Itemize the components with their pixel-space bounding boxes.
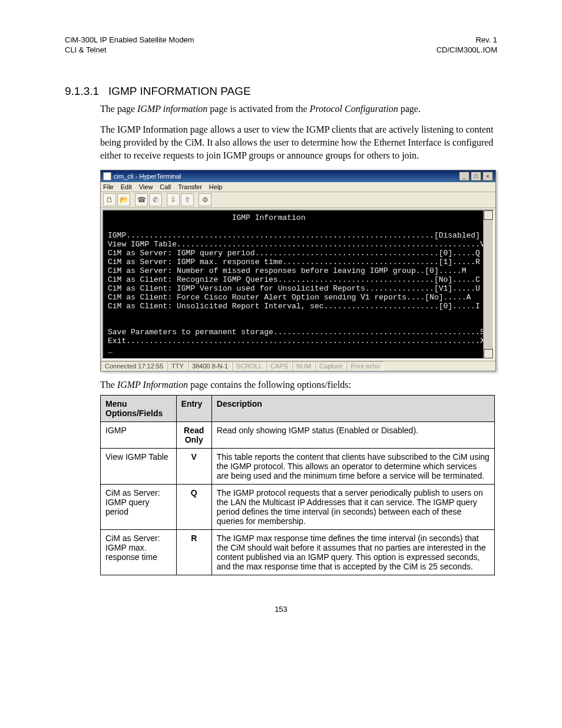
table-row: CiM as Server: IGMP query periodQThe IGM… — [101, 485, 495, 530]
status-num: NUM — [292, 361, 315, 371]
cell-option: IGMP — [101, 422, 177, 449]
cell-description: This table reports the content that clie… — [211, 449, 494, 485]
window-titlebar[interactable]: cim_cli - HyperTerminal _ □ × — [101, 170, 495, 182]
status-bar: Connected 17:12:55 TTY 38400 8-N-1 SCROL… — [101, 361, 495, 371]
cell-description: The IGMP max response time defines the t… — [211, 530, 494, 575]
header-right-2: CD/CIM300L.IOM — [437, 45, 497, 55]
toolbar-disconnect-icon[interactable]: ✆ — [149, 193, 162, 206]
col-header-entry: Entry — [176, 396, 211, 422]
toolbar-connect-icon[interactable]: ☎ — [135, 193, 148, 206]
options-table: Menu Options/Fields Entry Description IG… — [100, 395, 495, 575]
scroll-up-icon[interactable]: ▲ — [484, 210, 493, 220]
toolbar-send-icon[interactable]: ⇩ — [167, 193, 180, 206]
menu-transfer[interactable]: Transfer — [178, 183, 202, 190]
menu-file[interactable]: File — [103, 183, 114, 190]
menu-help[interactable]: Help — [209, 183, 223, 190]
header-left-2: CLI & Telnet — [65, 45, 194, 55]
col-header-option: Menu Options/Fields — [101, 396, 177, 422]
cell-entry: R — [176, 530, 211, 575]
terminal-area[interactable]: IGMP Information IGMP...................… — [102, 209, 494, 360]
scroll-down-icon[interactable]: ▼ — [484, 349, 493, 358]
status-printecho: Print echo — [346, 361, 384, 371]
menu-call[interactable]: Call — [160, 183, 171, 190]
table-caption: The IGMP Information page contains the f… — [100, 380, 497, 390]
intro-paragraph-2: The IGMP Information page allows a user … — [100, 123, 497, 162]
page-header: CiM-300L IP Enabled Satellite Modem CLI … — [65, 35, 497, 55]
cell-option: CiM as Server: IGMP query period — [101, 485, 177, 530]
section-number: 9.1.3.1 — [65, 85, 99, 97]
cell-entry: Q — [176, 485, 211, 530]
menu-edit[interactable]: Edit — [121, 183, 132, 190]
section-title: IGMP INFORMATION PAGE — [108, 85, 251, 97]
menu-bar[interactable]: File Edit View Call Transfer Help — [101, 182, 495, 192]
status-scroll: SCROLL — [232, 361, 266, 371]
menu-view[interactable]: View — [139, 183, 153, 190]
cell-description: The IGMP protocol requests that a server… — [211, 485, 494, 530]
status-connected: Connected 17:12:55 — [101, 361, 167, 371]
toolbar-receive-icon[interactable]: ⇧ — [181, 193, 194, 206]
cell-entry: Read Only — [176, 422, 211, 449]
terminal-output: IGMP Information IGMP...................… — [103, 210, 483, 358]
app-icon — [103, 172, 111, 180]
close-button[interactable]: × — [482, 172, 493, 181]
intro-paragraph-1: The page IGMP information page is activa… — [100, 103, 497, 116]
window-title: cim_cli - HyperTerminal — [114, 173, 181, 180]
toolbar-open-icon[interactable]: 📂 — [117, 193, 130, 206]
header-left-1: CiM-300L IP Enabled Satellite Modem — [65, 35, 194, 45]
toolbar: 🗋 📂 ☎ ✆ ⇩ ⇧ ⚙ — [101, 192, 495, 208]
table-row: View IGMP TableVThis table reports the c… — [101, 449, 495, 485]
minimize-button[interactable]: _ — [459, 172, 470, 181]
page-number: 153 — [65, 605, 497, 614]
hyperterminal-window: cim_cli - HyperTerminal _ □ × File Edit … — [100, 170, 496, 371]
status-capture: Capture — [315, 361, 346, 371]
cell-option: CiM as Server: IGMP max. response time — [101, 530, 177, 575]
status-settings: 38400 8-N-1 — [188, 361, 232, 371]
table-row: IGMPRead OnlyRead only showing IGMP stat… — [101, 422, 495, 449]
col-header-description: Description — [211, 396, 494, 422]
cell-description: Read only showing IGMP status (Enabled o… — [211, 422, 494, 449]
toolbar-properties-icon[interactable]: ⚙ — [199, 193, 211, 206]
header-right-1: Rev. 1 — [437, 35, 497, 45]
maximize-button[interactable]: □ — [471, 172, 481, 181]
table-row: CiM as Server: IGMP max. response timeRT… — [101, 530, 495, 575]
cell-entry: V — [176, 449, 211, 485]
status-caps: CAPS — [266, 361, 292, 371]
cell-option: View IGMP Table — [101, 449, 177, 485]
section-heading: 9.1.3.1 IGMP INFORMATION PAGE — [65, 85, 497, 98]
status-mode: TTY — [167, 361, 188, 371]
toolbar-new-icon[interactable]: 🗋 — [103, 193, 116, 206]
scrollbar[interactable]: ▲ ▼ — [483, 210, 493, 358]
